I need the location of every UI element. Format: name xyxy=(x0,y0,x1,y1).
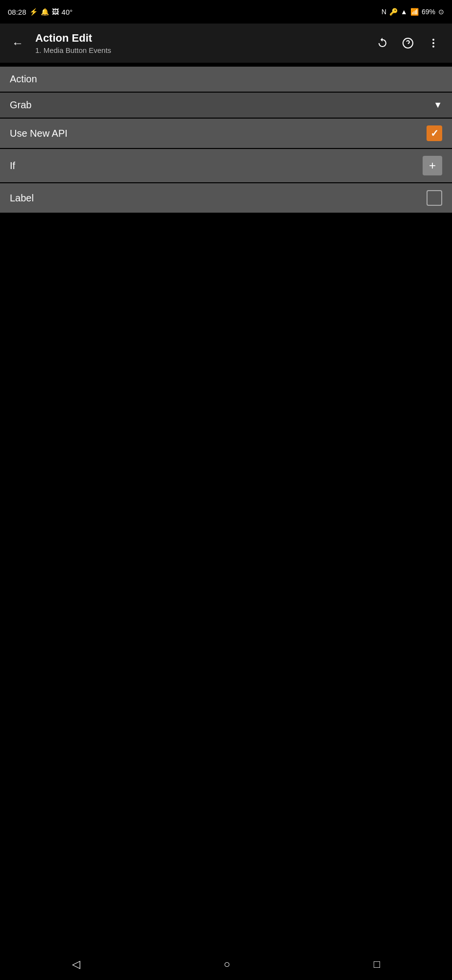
label-checkbox[interactable] xyxy=(427,190,442,206)
app-bar-subtitle: 1. Media Button Events xyxy=(35,46,364,54)
refresh-icon xyxy=(377,37,388,49)
lightning-icon: ⚡ xyxy=(29,8,38,16)
app-bar: ← Action Edit 1. Media Button Events xyxy=(0,24,452,63)
nav-home-button[interactable]: ○ xyxy=(212,954,242,975)
key-icon: 🔑 xyxy=(389,8,398,16)
use-new-api-row[interactable]: Use New API xyxy=(0,119,452,148)
wifi-icon: ▲ xyxy=(401,8,407,16)
help-icon xyxy=(402,37,414,49)
chevron-down-icon: ▼ xyxy=(433,100,442,110)
signal-icon: 📶 xyxy=(410,8,419,16)
svg-point-3 xyxy=(432,42,434,44)
if-label: If xyxy=(10,160,15,172)
content-area: Action Grab ▼ Use New API If + Label xyxy=(0,63,452,218)
more-vert-icon xyxy=(428,37,439,49)
plus-icon: + xyxy=(429,159,436,172)
use-new-api-checkbox[interactable] xyxy=(427,125,442,141)
nav-home-icon: ○ xyxy=(224,958,230,971)
status-left: 08:28 ⚡ 🔔 🖼 40° xyxy=(8,8,72,16)
use-new-api-label: Use New API xyxy=(10,128,68,139)
status-bar: 08:28 ⚡ 🔔 🖼 40° N 🔑 ▲ 📶 69% ⊙ xyxy=(0,0,452,24)
alarm-icon: 🔔 xyxy=(41,8,49,16)
battery-icon: ⊙ xyxy=(438,8,444,16)
nfc-icon: N xyxy=(381,8,386,16)
battery-level: 69% xyxy=(422,8,435,16)
action-dropdown[interactable]: Grab ▼ xyxy=(0,93,452,118)
if-row[interactable]: If + xyxy=(0,149,452,182)
svg-point-2 xyxy=(432,39,434,41)
action-header-text: Action xyxy=(10,74,37,84)
temperature-display: 40° xyxy=(62,8,73,16)
refresh-button[interactable] xyxy=(372,32,393,54)
back-icon: ← xyxy=(12,36,24,49)
app-bar-title-group: Action Edit 1. Media Button Events xyxy=(35,32,364,54)
label-text: Label xyxy=(10,193,34,204)
image-icon: 🖼 xyxy=(52,8,59,16)
nav-back-button[interactable]: ◁ xyxy=(60,954,92,975)
back-button[interactable]: ← xyxy=(8,32,27,54)
nav-back-icon: ◁ xyxy=(72,958,80,971)
nav-recents-button[interactable]: □ xyxy=(362,954,392,975)
bottom-navigation: ◁ ○ □ xyxy=(0,951,452,980)
svg-point-4 xyxy=(432,46,434,48)
more-button[interactable] xyxy=(423,32,444,54)
if-add-button[interactable]: + xyxy=(423,156,442,175)
app-bar-title: Action Edit xyxy=(35,32,364,45)
action-section-header: Action xyxy=(0,67,452,92)
nav-recents-icon: □ xyxy=(374,958,380,971)
help-button[interactable] xyxy=(397,32,419,54)
label-row[interactable]: Label xyxy=(0,183,452,213)
app-bar-actions xyxy=(372,32,444,54)
status-time: 08:28 xyxy=(8,8,26,16)
dropdown-selected-value: Grab xyxy=(10,99,31,111)
status-right: N 🔑 ▲ 📶 69% ⊙ xyxy=(381,8,444,16)
